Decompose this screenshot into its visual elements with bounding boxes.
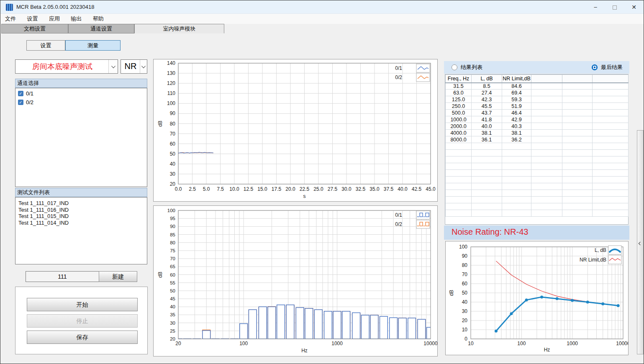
table-row: 2000.040.040.3 — [446, 123, 629, 130]
table-row — [446, 177, 629, 183]
svg-text:42.5: 42.5 — [412, 186, 422, 192]
collapse-panel-strip[interactable] — [637, 130, 644, 354]
table-cell — [531, 183, 562, 190]
table-cell — [593, 163, 629, 170]
table-cell — [562, 150, 593, 156]
save-button[interactable]: 保存 — [27, 331, 138, 344]
test-file-list[interactable]: Test 1_111_017_INDTest 1_111_016_INDTest… — [15, 197, 147, 264]
time-history-chart: 0.02.55.07.510.012.515.017.520.022.525.0… — [154, 59, 437, 201]
tab-indoor-noise-module[interactable]: 室内噪声模块 — [134, 24, 224, 33]
table-cell — [562, 156, 593, 163]
table-cell — [593, 116, 629, 123]
maximize-button[interactable] — [605, 0, 624, 14]
menu-help[interactable]: 帮助 — [88, 14, 108, 24]
test-type-dropdown[interactable]: 房间本底噪声测试 — [15, 59, 118, 74]
table-header-cell: L, dB — [472, 75, 502, 83]
table-cell: 2000.0 — [446, 123, 472, 130]
minimize-button[interactable]: – — [586, 0, 605, 14]
title-bar: MCR Beta 2.05.0.001 20230418 – ✕ — [0, 0, 644, 14]
table-header-cell — [562, 75, 593, 83]
table-cell — [472, 163, 502, 170]
svg-text:25.0: 25.0 — [313, 186, 323, 192]
radio-selected-icon[interactable] — [592, 64, 598, 70]
test-file-item[interactable]: Test 1_111_016_IND — [15, 207, 147, 213]
radio-icon[interactable] — [452, 64, 457, 70]
svg-text:35: 35 — [170, 312, 175, 317]
table-cell: 40.3 — [502, 123, 531, 130]
subtab-settings[interactable]: 设置 — [26, 40, 65, 51]
svg-text:130: 130 — [167, 70, 175, 76]
channel-item[interactable]: ✓0/2 — [18, 98, 147, 106]
table-header-cell — [593, 75, 629, 83]
table-cell — [531, 163, 562, 170]
table-cell — [472, 203, 502, 210]
table-row: 125.042.359.3 — [446, 96, 629, 103]
menu-output[interactable]: 输出 — [66, 14, 86, 24]
svg-text:35.0: 35.0 — [369, 186, 380, 192]
radio-last-result[interactable]: 最后结果 — [592, 61, 623, 74]
svg-text:17.5: 17.5 — [272, 186, 282, 192]
svg-text:0/2: 0/2 — [395, 221, 402, 227]
table-cell: 45.5 — [472, 103, 502, 110]
table-cell — [472, 177, 502, 183]
table-cell — [502, 163, 531, 170]
svg-text:12.5: 12.5 — [244, 186, 254, 192]
radio-result-list[interactable]: 结果列表 — [452, 61, 482, 74]
table-cell — [531, 83, 562, 90]
svg-text:Hz: Hz — [301, 348, 308, 354]
svg-text:80: 80 — [170, 121, 176, 127]
new-button[interactable]: 新建 — [99, 271, 137, 282]
svg-text:80: 80 — [170, 240, 175, 245]
channel-select-header: 通道选择 — [15, 79, 147, 88]
file-prefix-input[interactable] — [26, 271, 99, 282]
table-cell — [562, 90, 593, 96]
svg-text:10: 10 — [462, 327, 468, 333]
table-cell: 38.1 — [502, 130, 531, 136]
svg-text:50: 50 — [462, 290, 468, 296]
table-row: 4000.038.138.1 — [446, 130, 629, 136]
table-cell — [502, 197, 531, 203]
table-cell — [531, 110, 562, 116]
table-row: 31.58.584.6 — [446, 83, 629, 90]
chevron-left-icon — [639, 242, 642, 245]
noise-rating-banner: Noise Rating: NR-43 — [444, 226, 629, 240]
subtab-measure[interactable]: 测量 — [65, 40, 121, 51]
dropdown-arrow-button[interactable] — [140, 60, 147, 73]
menu-settings[interactable]: 设置 — [22, 14, 42, 24]
svg-text:20.0: 20.0 — [285, 186, 295, 192]
close-button[interactable]: ✕ — [624, 0, 644, 14]
svg-text:75: 75 — [170, 248, 175, 253]
svg-text:7.5: 7.5 — [217, 186, 224, 192]
tab-channel-settings[interactable]: 通道设置 — [68, 24, 134, 33]
table-cell — [502, 170, 531, 177]
table-cell: 500.0 — [446, 110, 472, 116]
channel-item[interactable]: ✓0/1 — [18, 90, 147, 97]
checkbox-checked-icon[interactable]: ✓ — [18, 100, 23, 105]
table-cell — [446, 170, 472, 177]
test-file-item[interactable]: Test 1_111_017_IND — [15, 200, 147, 207]
svg-text:110: 110 — [167, 90, 175, 96]
tab-document-settings[interactable]: 文档设置 — [1, 24, 68, 33]
start-button[interactable]: 开始 — [27, 298, 138, 311]
table-cell — [502, 156, 531, 163]
svg-text:50: 50 — [170, 151, 176, 157]
test-file-item[interactable]: Test 1_111_015_IND — [15, 213, 147, 220]
svg-text:0: 0 — [464, 336, 467, 342]
menu-file[interactable]: 文件 — [0, 14, 21, 24]
table-cell — [593, 103, 629, 110]
menu-apply[interactable]: 应用 — [44, 14, 64, 24]
test-file-item[interactable]: Test 1_111_014_IND — [15, 220, 147, 226]
table-cell — [562, 203, 593, 210]
table-cell — [531, 123, 562, 130]
table-cell — [446, 150, 472, 156]
rating-type-dropdown[interactable]: NR — [121, 59, 147, 74]
svg-text:60: 60 — [462, 281, 468, 287]
svg-text:1000: 1000 — [331, 341, 343, 346]
table-cell — [593, 177, 629, 183]
table-cell — [562, 130, 593, 136]
table-row — [446, 197, 629, 203]
channel-list[interactable]: ✓0/1✓0/2 — [15, 88, 147, 187]
checkbox-checked-icon[interactable]: ✓ — [18, 91, 23, 96]
dropdown-arrow-button[interactable] — [108, 60, 118, 73]
table-cell — [531, 130, 562, 136]
